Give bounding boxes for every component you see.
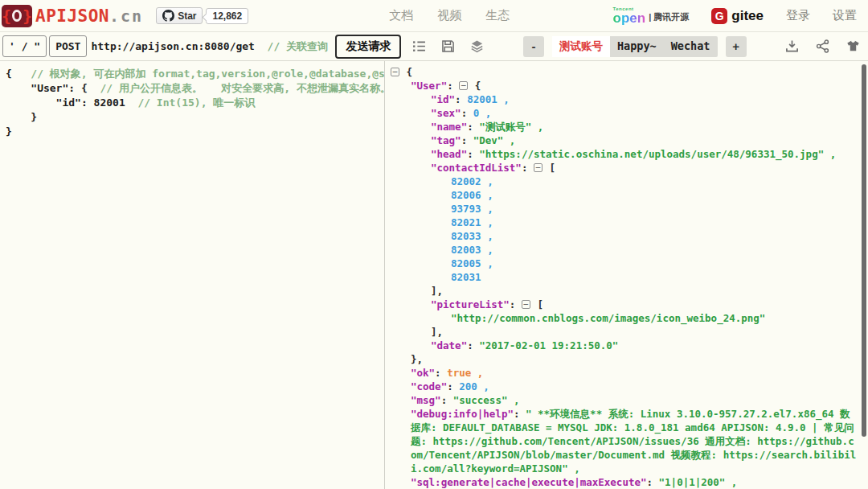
brace-left-icon: { [2, 8, 11, 24]
tshirt-icon[interactable] [846, 39, 860, 53]
layers-stack-icon[interactable] [470, 39, 484, 53]
json-token-plain: { [469, 80, 481, 92]
request-toolbar: ' / " POST http://apijson.cn:8080/get //… [0, 32, 868, 61]
tencent-open-wordmark: Tencent open [613, 6, 646, 25]
json-token-plain: : [461, 134, 473, 146]
json-row: 82005 , [385, 257, 868, 270]
json-token-key: "sql:generate|cache|execute|maxExecute" [411, 476, 647, 488]
json-token-num: 82001 , [467, 93, 510, 105]
json-token-key: "date" [431, 339, 467, 351]
json-token-str: "测试账号" , [479, 121, 543, 133]
code-comment: // Int(15), 唯一标识 [137, 97, 255, 109]
json-row: 82003 , [385, 243, 868, 257]
request-list-icon[interactable] [412, 39, 426, 53]
header: { } APIJSON .cn Star 12,862 文档 视频 生态 Ten… [0, 0, 868, 32]
account-tab-strip: 测试账号 Happy~ Wechat [552, 36, 718, 57]
json-token-num: 93793 , [451, 203, 493, 215]
json-row: "tag": "Dev" , [385, 134, 868, 147]
code-text: } [6, 111, 37, 123]
json-token-key: "name" [431, 121, 467, 133]
json-row: 82006 , [385, 188, 868, 202]
json-row: "date": "2017-02-01 19:21:50.0" [385, 339, 868, 352]
collapse-toggle-icon[interactable]: − [391, 68, 399, 76]
save-icon[interactable] [441, 39, 455, 53]
json-row: ], [385, 325, 868, 339]
code-comment: // 用户公开信息表。 对安全要求高, 不想泄漏真实名称。对外名称 [100, 82, 385, 94]
json-token-plain: : [467, 148, 479, 160]
download-icon[interactable] [785, 39, 799, 53]
lens-ring-icon [12, 10, 22, 22]
brand-logo[interactable]: { } APIJSON .cn [2, 5, 143, 27]
collapse-toggle-icon[interactable]: − [459, 81, 468, 90]
top-nav: 文档 视频 生态 [389, 8, 510, 23]
json-row: ], [385, 284, 868, 298]
json-row: "code": 200 , [385, 380, 868, 393]
code-text: } [6, 125, 12, 138]
github-star-count[interactable]: 12,862 [206, 8, 248, 24]
json-token-key: "sex" [431, 107, 461, 119]
share-icon[interactable] [816, 39, 829, 53]
json-token-key: "msg" [411, 394, 441, 406]
response-rows: − {"User": − {"id": 82001 ,"sex": 0 ,"na… [385, 65, 868, 489]
json-token-num: 0 , [473, 107, 492, 119]
add-tab-button[interactable]: + [726, 36, 747, 57]
github-octocat-icon [162, 10, 174, 22]
json-token-num: 82021 , [451, 216, 493, 228]
code-line: } [6, 110, 384, 125]
nav-docs[interactable]: 文档 [389, 8, 413, 23]
settings-link[interactable]: 设置 [833, 8, 857, 23]
json-token-plain: : [467, 121, 479, 133]
send-request-button[interactable]: 发送请求 [335, 35, 401, 59]
json-token-plain: [ [543, 162, 555, 174]
tab-happy[interactable]: Happy~ [610, 36, 664, 57]
json-row: "head": "https://static.oschina.net/uplo… [385, 147, 868, 161]
tab-test-account[interactable]: 测试账号 [552, 36, 610, 57]
quote-toggle-button[interactable]: ' / " [2, 35, 47, 57]
tencent-open-source-logo[interactable]: Tencent open | 腾讯开源 [613, 6, 690, 25]
response-scrollbar[interactable] [862, 64, 866, 437]
json-token-plain: : [514, 408, 526, 420]
json-token-plain: ], [431, 285, 443, 297]
remove-tab-button[interactable]: - [523, 36, 544, 57]
url-input[interactable]: http://apijson.cn:8080/get // 关联查询 Comme… [91, 35, 334, 57]
json-row: }, [385, 352, 868, 366]
collapse-toggle-icon[interactable]: − [522, 300, 530, 309]
gitee-logo[interactable]: G gitee [711, 8, 764, 24]
json-row: "sql:generate|cache|execute|maxExecute":… [385, 475, 858, 489]
nav-videos[interactable]: 视频 [437, 8, 461, 23]
code-text: { [6, 68, 31, 80]
json-row: "User": − { [385, 79, 868, 92]
collapse-toggle-icon[interactable]: − [534, 163, 542, 172]
brand-name: APIJSON [35, 6, 109, 26]
json-token-key: "User" [411, 80, 447, 92]
json-row: "ok": true , [385, 366, 868, 380]
json-token-num: 82002 , [451, 175, 493, 187]
github-star-button[interactable]: Star [156, 7, 203, 24]
nav-ecosystem[interactable]: 生态 [485, 8, 510, 23]
json-token-str: "Dev" , [473, 134, 516, 146]
code-line: { // 根对象, 可在内部加 format,tag,version,@role… [6, 67, 384, 81]
login-link[interactable]: 登录 [786, 8, 810, 23]
json-token-key: "debug:info|help" [411, 408, 514, 420]
tab-wechat[interactable]: Wechat [664, 36, 718, 57]
json-token-plain: : [447, 380, 459, 392]
json-row: "debug:info|help": " **环境信息** 系统: Linux … [385, 407, 858, 475]
json-token-plain: { [400, 66, 412, 78]
code-line: "User": { // 用户公开信息表。 对安全要求高, 不想泄漏真实名称。对… [6, 81, 384, 96]
json-row: 82031 [385, 270, 868, 284]
json-row: "contactIdList": − [ [385, 161, 868, 175]
code-text: "User": { [6, 82, 100, 94]
json-token-str: "1|0|1|200" , [659, 476, 738, 488]
json-row: 82033 , [385, 229, 868, 243]
json-row: "http://common.cnblogs.com/images/icon_w… [385, 311, 868, 325]
json-token-num: 82003 , [451, 244, 493, 256]
brand-suffix: .cn [109, 6, 143, 26]
http-method-button[interactable]: POST [49, 35, 87, 57]
json-token-str: "http://common.cnblogs.com/images/icon_w… [451, 312, 765, 324]
code-text: "id": 82001 [6, 97, 137, 109]
json-row: 82002 , [385, 175, 868, 188]
json-token-str: "https://static.oschina.net/uploads/user… [479, 148, 836, 160]
json-token-key: "code" [411, 380, 447, 392]
json-token-plain: }, [411, 353, 423, 365]
request-editor[interactable]: { // 根对象, 可在内部加 format,tag,version,@role… [0, 61, 385, 489]
